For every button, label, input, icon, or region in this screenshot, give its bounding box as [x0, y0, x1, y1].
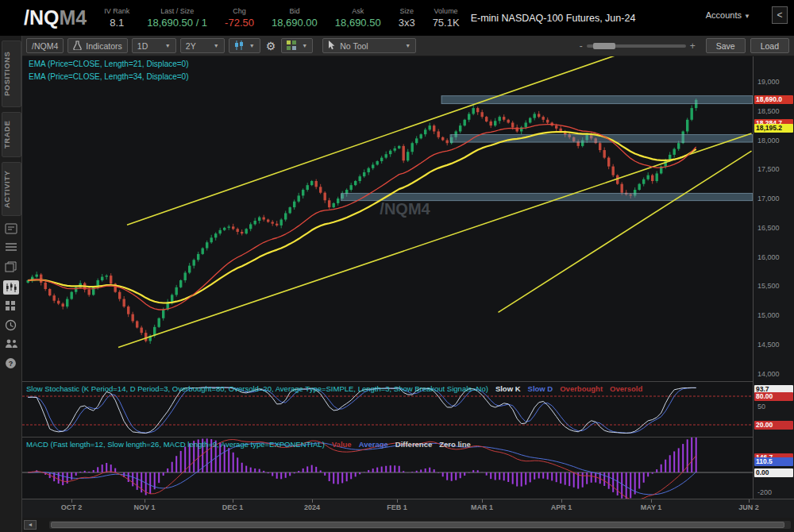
help-icon[interactable]: ? — [5, 357, 18, 371]
trading-platform-window: /NQM4 IV Rank8.1 Last / Size18,690.50 / … — [0, 0, 794, 532]
chart-scrollbar: ◂ — [22, 518, 794, 532]
zoom-slider: - + — [576, 40, 700, 52]
grid-layout-dropdown[interactable]: ▼ — [281, 38, 313, 53]
axis-badge: 18,195.2 — [754, 124, 793, 133]
legend-macd-average: Average — [359, 440, 388, 449]
quote-field-size: Size3x3 — [399, 7, 415, 29]
chart-toolbar: /NQM4 Indicators 1D▼ 2Y▼ ▼ ⚙ ▼ No Tool ▼… — [22, 36, 794, 56]
price-tick: 16,500 — [757, 224, 780, 232]
drawing-tool-dropdown[interactable]: No Tool ▼ — [322, 38, 416, 53]
history-clock-icon[interactable] — [5, 319, 18, 333]
zoom-slider-track[interactable] — [587, 44, 686, 48]
legend-slow-k: Slow K — [495, 384, 521, 393]
price-chart-canvas[interactable] — [22, 56, 753, 381]
copy-window-icon[interactable] — [5, 261, 18, 275]
time-tick — [145, 499, 145, 503]
chart-settings-button[interactable]: ⚙ — [264, 38, 278, 53]
quote-field-ask: Ask18,690.50 — [335, 7, 381, 29]
scrollbar-thumb[interactable] — [51, 522, 784, 528]
gear-icon: ⚙ — [266, 40, 276, 52]
beaker-icon — [73, 40, 82, 52]
time-label: MAR 1 — [464, 503, 499, 511]
quote-header: /NQM4 IV Rank8.1 Last / Size18,690.50 / … — [0, 0, 794, 36]
quote-field-bid: Bid18,690.00 — [272, 7, 318, 29]
indicators-button[interactable]: Indicators — [67, 38, 128, 53]
axis-badge: 110.5 — [754, 457, 793, 466]
grid-icon — [287, 40, 296, 52]
collapse-panel-button[interactable]: < — [772, 6, 788, 24]
symbol-watermark: /NQM4 — [361, 200, 449, 218]
quote-field-last-size: Last / Size18,690.50 / 1 — [147, 7, 207, 29]
axis-badge: 20.00 — [754, 421, 793, 430]
community-users-icon[interactable] — [5, 338, 18, 352]
symbol-title: /NQM4 — [24, 6, 87, 29]
time-tick — [397, 499, 398, 503]
save-button[interactable]: Save — [706, 38, 746, 53]
time-tick — [749, 499, 750, 503]
pane-divider[interactable] — [22, 381, 794, 382]
time-axis[interactable]: OCT 2NOV 1DEC 12024FEB 1MAR 1APR 1MAY 1J… — [22, 499, 794, 518]
macd-tick: -200 — [757, 488, 772, 496]
left-sidebar: POSITIONS TRADE ACTIVITY ? — [0, 36, 22, 532]
time-tick — [651, 499, 652, 503]
sidebar-tab-activity[interactable]: ACTIVITY — [2, 162, 21, 216]
legend-macd-value: Value — [332, 440, 352, 449]
time-label: OCT 2 — [54, 503, 89, 511]
symbol-input[interactable]: /NQM4 — [26, 38, 64, 53]
symbol-month: M4 — [59, 6, 87, 29]
chevron-down-icon: ▼ — [165, 43, 171, 48]
candlestick-icon — [234, 40, 244, 52]
quote-card-icon[interactable] — [5, 223, 18, 237]
price-tick: 14,500 — [757, 341, 780, 349]
chevron-down-icon: ▼ — [302, 43, 307, 48]
legend-macd-difference: Difference — [395, 440, 432, 449]
time-label: APR 1 — [544, 503, 579, 511]
time-label: NOV 1 — [127, 503, 162, 511]
accounts-dropdown[interactable]: Accounts ▼ — [706, 10, 750, 20]
pane-divider[interactable] — [22, 437, 794, 438]
stochastic-study-label: Slow Stochastic (K Period=14, D Period=3… — [26, 384, 642, 393]
chart-type-dropdown[interactable]: ▼ — [229, 38, 260, 53]
price-tick: 18,000 — [757, 137, 780, 145]
axis-badge: 18,690.0 — [754, 95, 793, 104]
svg-text:?: ? — [9, 360, 13, 368]
time-label: JUN 2 — [731, 503, 766, 511]
quote-field-iv-rank: IV Rank8.1 — [104, 7, 129, 29]
sidebar-tab-trade[interactable]: TRADE — [2, 112, 21, 157]
time-label: FEB 1 — [380, 503, 414, 511]
ema21-study-label: EMA (Price=CLOSE, Length=21, Displace=0) — [29, 60, 189, 68]
zoom-in-button[interactable]: + — [686, 40, 700, 52]
legend-zero-line: Zero line — [439, 440, 471, 449]
chevron-down-icon: ▼ — [744, 13, 750, 20]
timeframe-dropdown[interactable]: 1D▼ — [132, 38, 176, 53]
price-tick: 16,000 — [757, 253, 780, 261]
symbol-root: /NQ — [24, 6, 59, 29]
time-tick — [233, 499, 233, 503]
apps-grid-icon[interactable] — [5, 300, 18, 314]
sidebar-tab-positions[interactable]: POSITIONS — [2, 40, 21, 107]
chart-tool-icon-active[interactable] — [3, 280, 19, 295]
time-label: MAY 1 — [634, 503, 669, 511]
axis-badge: 0.00 — [754, 468, 793, 477]
chevron-down-icon: ▼ — [249, 43, 255, 48]
watchlist-icon[interactable] — [5, 242, 18, 256]
legend-slow-d: Slow D — [528, 384, 553, 393]
macd-study-label: MACD (Fast length=12, Slow length=26, MA… — [26, 440, 471, 449]
price-tick: 15,500 — [757, 282, 780, 290]
price-tick: 17,000 — [757, 195, 780, 202]
range-dropdown[interactable]: 2Y▼ — [180, 38, 225, 53]
axis-badge: 80.00 — [754, 392, 793, 401]
scroll-left-button[interactable]: ◂ — [24, 520, 37, 530]
scrollbar-track[interactable] — [49, 521, 791, 529]
zoom-slider-thumb[interactable] — [593, 43, 615, 49]
legend-overbought: Overbought — [560, 384, 603, 393]
time-tick — [561, 499, 562, 503]
quote-field-chg: Chg-72.50 — [225, 7, 254, 29]
load-button[interactable]: Load — [750, 38, 789, 53]
price-tick: 14,000 — [757, 370, 780, 378]
zoom-out-button[interactable]: - — [576, 40, 587, 52]
time-tick — [482, 499, 483, 503]
price-axis[interactable]: 19,00018,50018,00017,50017,00016,50016,0… — [753, 56, 794, 499]
time-tick — [312, 499, 313, 503]
time-tick — [71, 499, 72, 503]
